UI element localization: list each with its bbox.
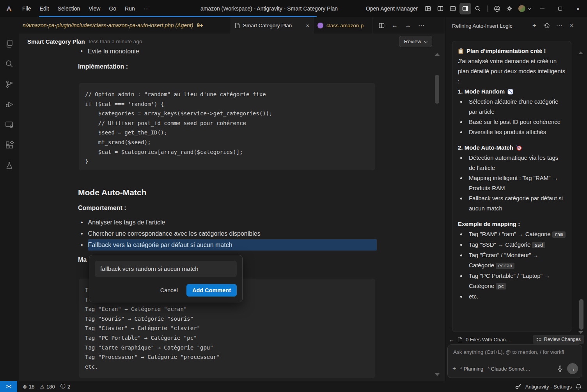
warnings-indicator[interactable]: ⚠180 (40, 384, 55, 390)
remote-indicator[interactable]: >< (0, 381, 17, 392)
footer-back-icon[interactable]: ← (449, 336, 454, 343)
menu-selection[interactable]: Selection (53, 0, 85, 17)
scroll-up-icon[interactable] (435, 53, 440, 56)
customize-layout-icon[interactable] (422, 3, 434, 14)
mode-random-title: 1. Mode Random (458, 87, 505, 97)
editor-more-actions-icon[interactable]: ··· (416, 20, 427, 31)
add-comment-button[interactable]: Add Comment (186, 284, 237, 297)
chat-input-box[interactable]: + ^ Planning ^ Claude Sonnet ... → (447, 344, 582, 378)
clipboard-icon (458, 48, 464, 54)
list-item: Sélection aléatoire d'une catégorie par … (466, 97, 566, 117)
menu-more[interactable]: ··· (139, 0, 153, 17)
tab1-badge: 9+ (197, 22, 203, 28)
status-bar: >< ⊗18 ⚠180 ⓘ2 Antigravity - Settings (0, 381, 587, 392)
list-item: Détection automatique via les tags de l'… (466, 153, 566, 173)
search-icon[interactable] (472, 3, 484, 14)
tab-class-amazon-pa-auto-insert[interactable]: n/amazon-pa-plugin/includes/class-amazon… (19, 17, 231, 34)
source-control-icon[interactable] (5, 79, 14, 89)
attach-plus-icon[interactable]: + (452, 365, 456, 372)
review-changes-button[interactable]: Review Changes (533, 335, 585, 344)
close-button[interactable]: × (569, 0, 587, 17)
tab-smart-category-plan[interactable]: Smart Category Plan × (231, 17, 314, 34)
mode-random-list: Sélection aléatoire d'une catégorie par … (458, 97, 566, 137)
extensions-icon[interactable] (5, 140, 14, 150)
auto-match-heading: Mode Auto-Match (78, 188, 146, 197)
panel-scrollbar[interactable] (579, 299, 583, 330)
comment-input[interactable] (95, 261, 237, 277)
avatar-chevron-down-icon[interactable] (528, 6, 532, 10)
list-item: •Chercher une correspondance avec les ca… (81, 228, 377, 239)
mode-selector[interactable]: ^ Planning (460, 366, 483, 372)
list-item: Diversifie les produits affichés (466, 127, 566, 137)
menu-run[interactable]: Run (121, 0, 139, 17)
menu-view[interactable]: View (84, 0, 105, 17)
split-editor-icon[interactable] (434, 3, 446, 14)
target-icon (516, 145, 522, 151)
card-intro: J'ai analysé votre demande et créé un pl… (458, 56, 566, 87)
title-bar: File Edit Selection View Go Run ··· amaz… (0, 0, 587, 17)
list-item: •Analyser les tags de l'article (81, 217, 377, 228)
account-avatar[interactable] (516, 3, 528, 14)
history-icon[interactable] (542, 21, 552, 31)
search-sidebar-icon[interactable] (5, 59, 14, 69)
mode-auto-match-list: Détection automatique via les tags de l'… (458, 153, 566, 214)
model-selector[interactable]: ^ Claude Sonnet ... (488, 366, 530, 372)
chrome-icon[interactable] (491, 3, 503, 14)
scroll-down-icon[interactable] (435, 373, 440, 376)
plan-header: Smart Category Plan less than a minute a… (19, 34, 445, 49)
open-agent-manager-button[interactable]: Open Agent Manager (366, 5, 418, 12)
plan-document[interactable]: •Évite la monotonie Implémentation : // … (19, 49, 445, 381)
plan-title: Smart Category Plan (27, 38, 85, 45)
window-title: amazon (Workspace) - Antigravity - Smart… (168, 0, 371, 17)
testing-flask-icon[interactable] (5, 161, 14, 170)
bell-icon[interactable] (576, 383, 582, 390)
tab2-close-icon[interactable]: × (306, 22, 309, 29)
cancel-button[interactable]: Cancel (160, 287, 178, 293)
new-conversation-icon[interactable]: + (529, 21, 539, 31)
microphone-icon[interactable] (557, 366, 563, 372)
comment-popup: Cancel Add Comment (89, 255, 243, 302)
agent-conversation-title: Refining Auto-Insert Logic (452, 23, 513, 29)
editor-scrollbar[interactable] (435, 75, 439, 104)
tab2-label: Smart Category Plan (243, 23, 292, 28)
behavior-list: •Analyser les tags de l'article •Cherche… (81, 217, 377, 251)
settings-gear-icon[interactable] (504, 3, 515, 14)
remote-explorer-icon[interactable] (5, 120, 14, 129)
key-icon[interactable] (515, 383, 521, 390)
code-block-random[interactable]: // Option admin : "random" au lieu d'une… (79, 83, 375, 170)
review-button[interactable]: Review (399, 36, 432, 47)
list-item: Tag "RAM" / "ram" → Catégorie ram (466, 229, 566, 240)
files-with-changes-label[interactable]: 0 Files With Chan... (466, 337, 510, 343)
panel-scroll-up-icon[interactable] (578, 51, 583, 54)
agent-panel: Refining Auto-Insert Logic + ··· × Plan … (445, 17, 587, 381)
explorer-icon[interactable] (5, 39, 14, 48)
split-editor-right-icon[interactable] (376, 20, 387, 31)
toggle-panel-icon[interactable] (447, 3, 459, 14)
chat-input[interactable] (452, 349, 577, 355)
menu-edit[interactable]: Edit (35, 0, 53, 17)
minimize-button[interactable] (533, 0, 551, 17)
tab-class-amazon-php[interactable]: class-amazon-p (314, 17, 373, 34)
run-debug-icon[interactable] (5, 100, 14, 109)
list-item: Fallback vers catégorie par défaut si au… (466, 193, 566, 214)
settings-status-label[interactable]: Antigravity - Settings (525, 384, 572, 390)
tab3-label: class-amazon-p (326, 23, 364, 28)
behavior-heading: Comportement : (78, 205, 126, 212)
app-logo-icon[interactable] (0, 0, 18, 17)
info-indicator[interactable]: ⓘ2 (60, 383, 70, 390)
menu-go[interactable]: Go (105, 0, 121, 17)
menu-file[interactable]: File (18, 0, 35, 17)
panel-more-icon[interactable]: ··· (554, 21, 564, 31)
list-item-highlighted[interactable]: •Fallback vers la catégorie par défaut s… (81, 239, 377, 251)
send-button[interactable]: → (567, 363, 578, 374)
list-item: Basé sur le post ID pour cohérence (466, 117, 566, 127)
toggle-secondary-sidebar-icon[interactable] (459, 3, 471, 14)
navigate-back-icon[interactable]: ← (389, 20, 400, 31)
activity-bar (0, 17, 19, 381)
errors-indicator[interactable]: ⊗18 (23, 384, 34, 390)
list-item: Tag "Écran" / "Moniteur" → Catégorie ecr… (466, 250, 566, 271)
maximize-button[interactable] (551, 0, 569, 17)
list-item: etc. (466, 291, 566, 302)
navigate-forward-icon[interactable]: → (403, 20, 413, 31)
panel-close-icon[interactable]: × (567, 21, 577, 31)
